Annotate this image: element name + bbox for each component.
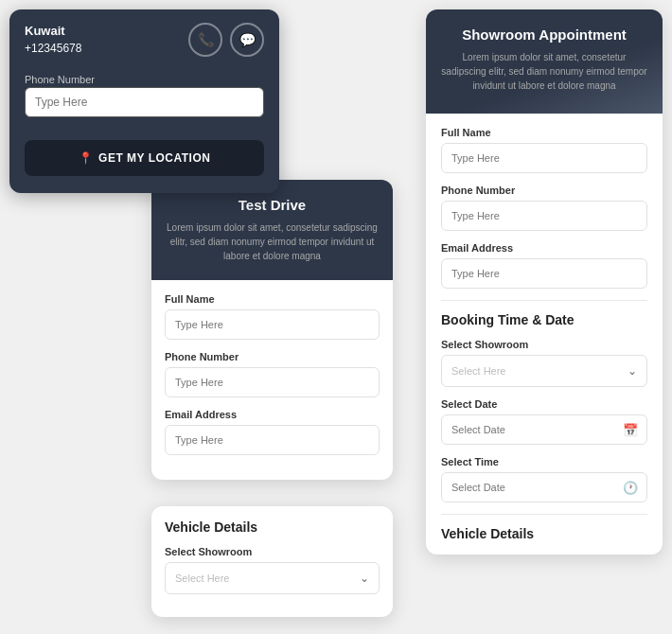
phone-icon: 📞 [198, 32, 214, 47]
calendar-icon: 📅 [623, 423, 638, 437]
showroom-vehicle-section: Vehicle Details [441, 514, 647, 541]
phone-popup-country: Kuwait [25, 24, 65, 38]
clock-icon: 🕐 [623, 481, 638, 495]
phone-number-label: Phone Number [25, 74, 95, 85]
full-name-label-right: Full Name [441, 127, 647, 138]
vehicle-details-left: Vehicle Details Select Showroom Select H… [151, 506, 393, 617]
showroom-select-group-right: Select Showroom Select Here ⌄ [441, 339, 647, 387]
time-input-wrap: 🕐 [441, 472, 647, 502]
get-location-button[interactable]: 📍 GET MY LOCATION [25, 140, 264, 176]
phone-popup: Kuwait +12345678 📞 💬 Phone Number 📍 GET … [9, 9, 279, 193]
phone-popup-number: +12345678 [25, 42, 81, 55]
phone-input-right[interactable] [441, 201, 647, 231]
full-name-label-left: Full Name [165, 293, 380, 305]
location-button-label: GET MY LOCATION [98, 151, 210, 165]
showroom-desc: Lorem ipsum dolor sit amet, consetetur s… [441, 50, 647, 93]
chevron-down-icon: ⌄ [360, 572, 369, 585]
date-group: Select Date 📅 [441, 398, 647, 445]
showroom-label-right: Select Showroom [441, 339, 647, 350]
date-input-wrap: 📅 [441, 414, 647, 445]
phone-group-right: Phone Number [441, 185, 647, 231]
showroom-header: Showroom Appointment Lorem ipsum dolor s… [426, 9, 663, 114]
whatsapp-icon: 💬 [239, 32, 256, 47]
chevron-down-icon-right: ⌄ [628, 364, 637, 378]
phone-input-left[interactable] [165, 367, 380, 397]
time-label: Select Time [441, 456, 647, 467]
date-label: Select Date [441, 398, 647, 410]
phone-group-left: Phone Number [165, 351, 380, 397]
phone-label-right: Phone Number [441, 185, 647, 196]
email-group-left: Email Address [165, 409, 380, 455]
test-drive-header: Test Drive Lorem ipsum dolor sit amet, c… [151, 180, 393, 280]
vehicle-details-title-left: Vehicle Details [165, 520, 380, 535]
email-group-right: Email Address [441, 242, 647, 289]
phone-icon-group: 📞 💬 [188, 23, 264, 57]
showroom-select-left[interactable]: Select Here ⌄ [165, 562, 380, 594]
showroom-title: Showroom Appointment [441, 26, 647, 43]
date-input[interactable] [441, 414, 647, 445]
full-name-group-right: Full Name [441, 127, 647, 173]
full-name-input-left[interactable] [165, 309, 380, 340]
email-label-left: Email Address [165, 409, 380, 420]
test-drive-title: Test Drive [167, 197, 378, 213]
phone-popup-info: Kuwait +12345678 [25, 23, 81, 57]
location-icon: 📍 [79, 151, 94, 165]
email-input-right[interactable] [441, 258, 647, 289]
showroom-form: Full Name Phone Number Email Address Boo… [426, 114, 663, 555]
showroom-select-right[interactable]: Select Here ⌄ [441, 355, 647, 387]
full-name-group-left: Full Name [165, 293, 380, 340]
whatsapp-button[interactable]: 💬 [230, 23, 264, 57]
time-input[interactable] [441, 472, 647, 502]
showroom-placeholder-right: Select Here [451, 365, 505, 377]
vehicle-title-right: Vehicle Details [441, 526, 647, 541]
test-drive-form: Full Name Phone Number Email Address [151, 280, 393, 480]
phone-number-group: Phone Number [25, 70, 264, 129]
phone-popup-header: Kuwait +12345678 📞 💬 [25, 23, 264, 57]
phone-popup-title: Kuwait +12345678 [25, 23, 81, 57]
test-drive-desc: Lorem ipsum dolor sit amet, consetetur s… [167, 220, 378, 263]
test-drive-panel: Test Drive Lorem ipsum dolor sit amet, c… [151, 180, 393, 480]
showroom-label-left: Select Showroom [165, 546, 380, 557]
showroom-select-group-left: Select Showroom Select Here ⌄ [165, 546, 380, 594]
booking-section: Booking Time & Date Select Showroom Sele… [441, 300, 647, 502]
time-group: Select Time 🕐 [441, 456, 647, 502]
showroom-panel: Showroom Appointment Lorem ipsum dolor s… [426, 9, 663, 555]
phone-input[interactable] [25, 87, 264, 117]
full-name-input-right[interactable] [441, 143, 647, 173]
email-label-right: Email Address [441, 242, 647, 254]
email-input-left[interactable] [165, 425, 380, 455]
showroom-placeholder-left: Select Here [175, 572, 229, 584]
call-button[interactable]: 📞 [188, 23, 222, 57]
phone-label-left: Phone Number [165, 351, 380, 362]
booking-title: Booking Time & Date [441, 312, 647, 327]
